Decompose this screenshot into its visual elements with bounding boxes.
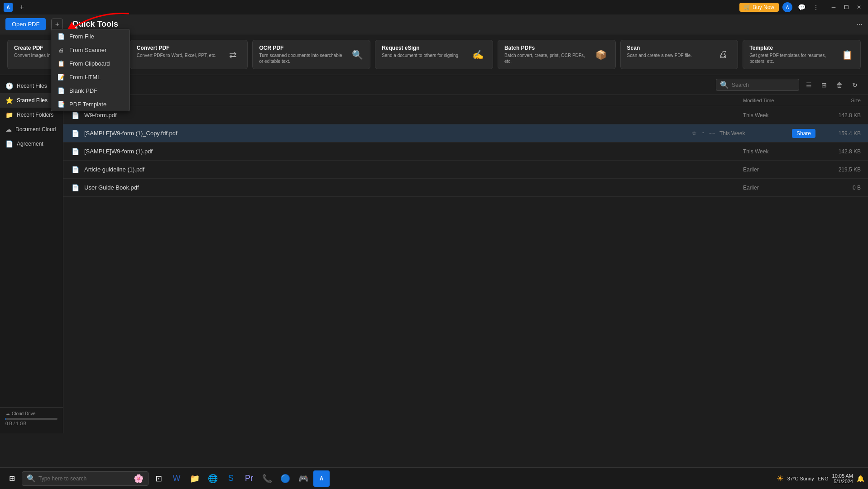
dropdown-menu: 📄 From File 🖨 From Scanner 📋 From Clipbo… (51, 29, 130, 111)
qt-card-icon-esign: ✍ (470, 47, 486, 63)
taskbar-app-acrobat[interactable]: A (313, 470, 330, 487)
buy-now-button[interactable]: 🛒 Buy Now (739, 3, 779, 12)
taskbar-search-decoration: 🌸 (134, 474, 144, 484)
qt-card-icon-ocr: 🔍 (351, 47, 364, 63)
file-name: [SAMPLE]W9-form (1)_Copy.fdf.pdf (84, 130, 691, 137)
toolbar-more-button[interactable]: ··· (857, 20, 863, 28)
recent-files-icon: 🕐 (5, 82, 13, 90)
qt-card-convert-pdf[interactable]: Convert PDF Convert PDFs to Word, Excel,… (130, 40, 248, 69)
menu-item-from-scanner[interactable]: 🖨 From Scanner (51, 43, 129, 57)
file-size: 0 B (815, 185, 861, 191)
file-list-area: Starred Files 🔍 ☰ ⊞ 🗑 ↻ Name Modified Ti… (63, 75, 868, 433)
table-row[interactable]: 📄 User Guide Book.pdf Earlier 0 B (63, 179, 868, 197)
pdf-icon: 📄 (71, 165, 80, 174)
taskbar-app-premiere[interactable]: Pr (241, 470, 257, 487)
file-name: Article guideline (1).pdf (84, 166, 743, 173)
row-actions: ☆ ↑ ⋯ (691, 129, 716, 138)
grid-view-button[interactable]: ⊞ (818, 79, 830, 91)
qt-card-desc-batch: Batch convert, create, print, OCR PDFs, … (504, 52, 588, 64)
new-item-button[interactable]: + (51, 19, 63, 30)
qt-card-ocr-pdf[interactable]: OCR PDF Turn scanned documents into sear… (252, 40, 370, 69)
qt-card-icon-template: 📋 (840, 47, 854, 63)
taskbar-app-word[interactable]: W (168, 470, 185, 487)
close-button[interactable]: ✕ (854, 2, 864, 13)
table-row[interactable]: 📄 [SAMPLE]W9-form (1).pdf This Week 142.… (63, 142, 868, 161)
taskbar-app-teams[interactable]: 🔵 (277, 470, 293, 487)
taskbar-language: ENG (818, 476, 829, 481)
chat-icon[interactable]: 💬 (796, 3, 807, 12)
table-row[interactable]: 📄 [SAMPLE]W9-form (1)_Copy.fdf.pdf ☆ ↑ ⋯… (63, 124, 868, 142)
col-size-header: Size (815, 98, 861, 103)
more-button[interactable]: ⋯ (708, 129, 716, 138)
recent-folders-icon: 📁 (5, 111, 13, 119)
start-button[interactable]: ⊞ (4, 470, 20, 487)
restore-button[interactable]: ⧠ (841, 2, 852, 13)
menu-item-from-html[interactable]: 📝 From HTML (51, 70, 129, 84)
taskbar-app-phone[interactable]: 📞 (259, 470, 275, 487)
file-icon: 📄 (58, 33, 65, 40)
starred-files-icon: ⭐ (5, 97, 13, 104)
more-options-icon[interactable]: ⋮ (811, 3, 821, 12)
file-list-header: Starred Files 🔍 ☰ ⊞ 🗑 ↻ (63, 75, 868, 95)
qt-card-icon-batch: 📦 (594, 47, 609, 63)
taskbar-app-task-view[interactable]: ⊡ (150, 470, 167, 487)
taskbar-search-input[interactable] (38, 475, 131, 482)
taskbar-weather-icon: ☀ (777, 474, 784, 484)
taskbar-app-skype[interactable]: S (223, 470, 239, 487)
pdf-icon: 📄 (71, 183, 80, 192)
refresh-button[interactable]: ↻ (849, 79, 861, 91)
template-icon: 📑 (58, 100, 65, 108)
qt-card-desc-scan: Scan and create a new PDF file. (627, 52, 692, 58)
sidebar-item-agreement[interactable]: 📄 Agreement (0, 137, 63, 151)
menu-item-from-clipboard[interactable]: 📋 From Clipboard (51, 57, 129, 70)
list-view-button[interactable]: ☰ (803, 79, 815, 91)
taskbar-app-game[interactable]: 🎮 (295, 470, 312, 487)
qt-card-esign[interactable]: Request eSign Send a document to others … (375, 40, 493, 69)
file-size: 159.4 KB (815, 130, 861, 137)
pdf-icon: 📄 (71, 147, 80, 156)
main-layout: 🕐 Recent Files ⭐ Starred Files 📁 Recent … (0, 75, 868, 433)
menu-item-from-file[interactable]: 📄 From File (51, 29, 129, 43)
taskbar-app-explorer[interactable]: 📁 (187, 470, 203, 487)
menu-item-pdf-template[interactable]: 📑 PDF Template (51, 97, 129, 111)
taskbar-app-chrome[interactable]: 🌐 (205, 470, 221, 487)
sidebar: 🕐 Recent Files ⭐ Starred Files 📁 Recent … (0, 75, 63, 433)
agreement-icon: 📄 (5, 140, 13, 147)
qt-card-title-convert: Convert PDF (137, 45, 216, 51)
taskbar-weather: 37°C Sunny (787, 476, 814, 481)
search-input[interactable] (732, 82, 795, 88)
qt-card-title-scan: Scan (627, 45, 692, 51)
delete-button[interactable]: 🗑 (834, 79, 845, 91)
qt-card-scan[interactable]: Scan Scan and create a new PDF file. 🖨 (620, 40, 739, 69)
sidebar-item-document-cloud[interactable]: ☁ Document Cloud (0, 122, 63, 137)
upload-button[interactable]: ↑ (700, 129, 705, 138)
qt-card-template[interactable]: Template Get great PDF templates for res… (743, 40, 861, 69)
quick-tools-area: Create PDF Convert images in a ✏ Convert… (0, 34, 868, 75)
minimize-button[interactable]: ─ (828, 2, 839, 13)
toolbar: Open PDF + Quick Tools ··· (0, 14, 868, 34)
open-pdf-button[interactable]: Open PDF (5, 18, 46, 30)
qt-card-desc-template: Get great PDF templates for resumes, pos… (749, 52, 835, 64)
titlebar: A + 🛒 Buy Now A 💬 ⋮ ─ ⧠ ✕ (0, 0, 868, 14)
blank-pdf-icon: 📄 (58, 87, 65, 94)
qt-card-batch-pdfs[interactable]: Batch PDFs Batch convert, create, print,… (498, 40, 616, 69)
file-name: W9-form.pdf (84, 112, 743, 119)
table-row[interactable]: 📄 Article guideline (1).pdf Earlier 219.… (63, 161, 868, 179)
taskbar-notification-icon[interactable]: 🔔 (857, 475, 864, 482)
storage-bar-fill (5, 418, 6, 420)
file-modified: This Week (743, 112, 815, 119)
scanner-icon: 🖨 (58, 46, 65, 53)
qt-card-desc-ocr: Turn scanned documents into searchable o… (259, 52, 346, 64)
new-tab-button[interactable]: + (16, 2, 27, 13)
menu-item-blank-pdf[interactable]: 📄 Blank PDF (51, 84, 129, 97)
avatar[interactable]: A (782, 2, 792, 12)
share-button[interactable]: Share (792, 129, 815, 138)
quick-tools-label: Quick Tools (72, 19, 118, 29)
file-list-toolbar: 🔍 ☰ ⊞ 🗑 ↻ (716, 79, 861, 91)
file-modified: This Week (719, 130, 792, 137)
table-row[interactable]: 📄 W9-form.pdf This Week 142.8 KB (63, 106, 868, 124)
star-button[interactable]: ☆ (691, 129, 698, 138)
taskbar: ⊞ 🔍 🌸 ⊡ W 📁 🌐 S Pr 📞 🔵 🎮 A ☀ 37°C Sunny … (0, 467, 868, 489)
qt-card-title-template: Template (749, 45, 835, 51)
file-modified: This Week (743, 148, 815, 155)
